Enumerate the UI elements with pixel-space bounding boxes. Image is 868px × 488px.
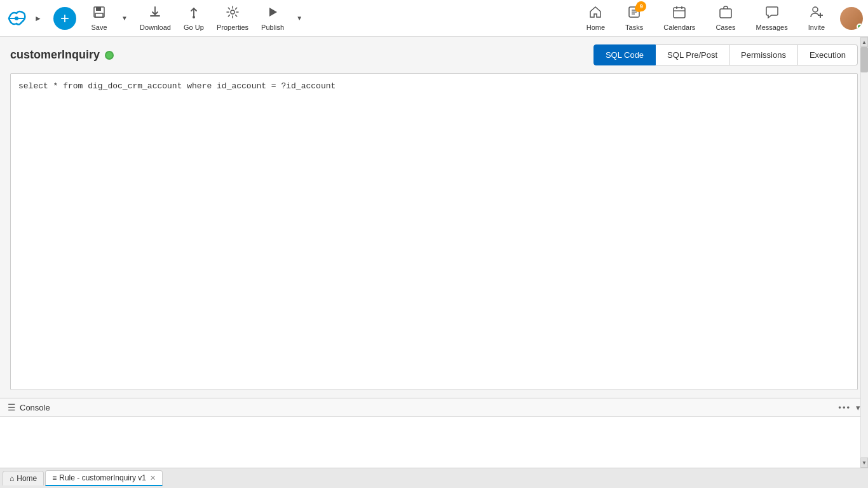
tasks-badge: 9 [636, 1, 646, 11]
nav-invite-label: Invite [808, 24, 825, 31]
svg-rect-18 [720, 9, 731, 18]
svg-point-6 [193, 16, 195, 18]
editor-content: select * from dig_doc_crm_account where … [18, 81, 336, 91]
save-icon [92, 5, 106, 22]
goup-action[interactable]: Go Up [179, 3, 209, 34]
main-container: customerInquiry SQL Code SQL Pre/Post Pe… [0, 37, 868, 488]
nav-cases-label: Cases [715, 24, 735, 31]
expand-sidebar-button[interactable]: ► [31, 11, 46, 26]
home-tab-icon: ⌂ [10, 474, 14, 483]
home-tab-label: Home [17, 474, 37, 483]
nav-tasks-label: Tasks [625, 24, 643, 31]
console-body [0, 417, 868, 468]
rule-tab-icon: ≡ [52, 473, 57, 482]
doc-title-area: customerInquiry [10, 48, 114, 62]
tasks-icon-wrapper: 9 [627, 5, 641, 22]
console-title-area: ☰ Console [8, 402, 50, 412]
bottom-tab-rule[interactable]: ≡ Rule - customerInquiry v1 ✕ [45, 470, 163, 486]
nav-cases[interactable]: Cases [710, 3, 740, 34]
nav-invite[interactable]: Invite [803, 3, 830, 34]
bottom-tab-home[interactable]: ⌂ Home [3, 471, 44, 485]
tab-buttons: SQL Code SQL Pre/Post Permissions Execut… [593, 44, 858, 65]
user-avatar[interactable] [840, 7, 863, 30]
download-action[interactable]: Download [135, 3, 176, 34]
tab-execution[interactable]: Execution [798, 44, 858, 65]
cases-icon [719, 5, 733, 22]
svg-marker-8 [269, 8, 277, 17]
gear-icon [226, 5, 240, 22]
doc-title: customerInquiry [10, 48, 100, 62]
toolbar-left: ► + Save ▼ [5, 3, 581, 34]
nav-home-label: Home [587, 24, 605, 31]
console-title: Console [20, 403, 50, 412]
save-action[interactable]: Save [84, 3, 114, 34]
invite-icon [810, 5, 824, 22]
nav-calendars-label: Calendars [663, 24, 695, 31]
svg-rect-5 [95, 13, 103, 17]
add-button[interactable]: + [53, 7, 76, 30]
toolbar-right: Home 9 Tasks [581, 3, 863, 34]
messages-icon [765, 5, 779, 22]
code-editor[interactable]: select * from dig_doc_crm_account where … [10, 73, 858, 390]
nav-home[interactable]: Home [581, 3, 610, 34]
rule-tab-label: Rule - customerInquiry v1 [59, 473, 146, 482]
content-header: customerInquiry SQL Code SQL Pre/Post Pe… [10, 44, 858, 65]
publish-label: Publish [261, 24, 284, 31]
online-indicator [857, 24, 863, 30]
properties-action[interactable]: Properties [212, 3, 254, 34]
properties-label: Properties [217, 24, 248, 31]
scrollbar-track: ▲ ▼ [860, 37, 868, 468]
tab-permissions[interactable]: Permissions [729, 44, 798, 65]
console-list-icon: ☰ [8, 402, 16, 412]
svg-point-7 [231, 10, 234, 14]
calendar-icon [672, 5, 686, 22]
publish-icon [266, 5, 280, 22]
save-dropdown-btn[interactable]: ▼ [117, 11, 132, 26]
publish-dropdown-btn[interactable]: ▼ [292, 11, 307, 26]
tab-sql-prepost[interactable]: SQL Pre/Post [656, 44, 729, 65]
svg-point-0 [15, 17, 18, 20]
bottom-tabs-bar: ⌂ Home ≡ Rule - customerInquiry v1 ✕ [0, 468, 868, 488]
publish-action[interactable]: Publish [256, 3, 289, 34]
console-header[interactable]: ☰ Console ••• ▾ [0, 398, 868, 417]
scrollbar-down-arrow[interactable]: ▼ [860, 458, 868, 468]
scrollbar-up-arrow[interactable]: ▲ [860, 37, 868, 47]
download-icon [148, 5, 162, 22]
console-panel: ☰ Console ••• ▾ [0, 398, 868, 468]
console-collapse-btn[interactable]: ▾ [856, 403, 860, 412]
nav-tasks[interactable]: 9 Tasks [620, 3, 648, 34]
logo-icon[interactable] [5, 7, 28, 30]
goup-label: Go Up [184, 24, 204, 31]
tab-sql-code[interactable]: SQL Code [593, 44, 656, 65]
save-label: Save [91, 24, 107, 31]
nav-calendars[interactable]: Calendars [658, 3, 700, 34]
scrollbar-thumb[interactable] [860, 47, 868, 72]
svg-rect-4 [96, 7, 101, 11]
nav-messages-label: Messages [756, 24, 788, 31]
close-tab-button[interactable]: ✕ [150, 474, 156, 482]
console-controls: ••• ▾ [838, 403, 860, 412]
status-indicator [105, 51, 114, 60]
content-area: customerInquiry SQL Code SQL Pre/Post Pe… [0, 37, 868, 398]
svg-point-19 [813, 7, 818, 12]
goup-icon [187, 5, 201, 22]
svg-rect-14 [674, 8, 685, 18]
nav-messages[interactable]: Messages [751, 3, 793, 34]
home-icon [588, 5, 602, 22]
download-label: Download [140, 24, 171, 31]
console-dots[interactable]: ••• [838, 403, 851, 412]
toolbar: ► + Save ▼ [0, 0, 868, 37]
